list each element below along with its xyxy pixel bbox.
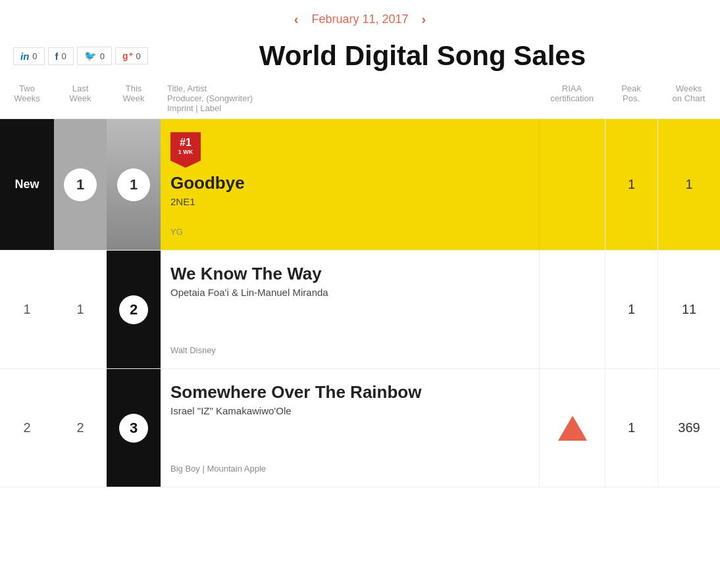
chart-date: February 11, 2017 bbox=[311, 12, 408, 26]
col-header-last-week: LastWeek bbox=[54, 84, 107, 103]
chart-rows: New 1 1 #1 1 WK Goodbye 2NE1 YG 1 1 1 1 … bbox=[0, 119, 720, 487]
two-weeks-cell-3: 2 bbox=[0, 369, 54, 487]
title-cell-3: Somewhere Over The Rainbow Israel "IZ" K… bbox=[161, 369, 539, 487]
this-week-cell-2: 2 bbox=[107, 251, 161, 368]
song-title-2: We Know The Way bbox=[170, 264, 529, 284]
last-week-cell-3: 2 bbox=[54, 369, 107, 487]
rank-circle-1: 1 bbox=[64, 168, 97, 201]
weeks-on-cell-1: 1 bbox=[657, 119, 720, 250]
song-label-1: YG bbox=[170, 214, 529, 237]
rank-circle-2: 2 bbox=[119, 295, 148, 324]
peak-cell-2: 1 bbox=[605, 251, 657, 368]
chart-row-2: 1 1 2 We Know The Way Opetaia Foa'i & Li… bbox=[0, 251, 720, 369]
peak-cell-1: 1 bbox=[605, 119, 657, 250]
riaa-triangle-3 bbox=[558, 416, 587, 441]
riaa-cell-3 bbox=[539, 369, 605, 487]
col-header-two-weeks: TwoWeeks bbox=[0, 84, 54, 103]
two-weeks-cell-2: 1 bbox=[0, 251, 54, 368]
title-cell-2: We Know The Way Opetaia Foa'i & Lin-Manu… bbox=[161, 251, 539, 368]
this-week-cell-3: 3 bbox=[107, 369, 161, 487]
last-week-cell-2: 1 bbox=[54, 251, 107, 368]
chart-row-3: 2 2 3 Somewhere Over The Rainbow Israel … bbox=[0, 369, 720, 487]
facebook-count: 0 bbox=[62, 51, 66, 61]
prev-arrow[interactable]: ‹ bbox=[294, 12, 299, 27]
title-cell-1: #1 1 WK Goodbye 2NE1 YG bbox=[161, 119, 539, 250]
badge-weeks: 1 WK bbox=[170, 149, 201, 155]
col-header-weeks: Weekson Chart bbox=[657, 84, 720, 103]
riaa-cell-1 bbox=[539, 119, 605, 250]
col-header-this-week: ThisWeek bbox=[107, 84, 161, 103]
col-header-riaa: RIAAcertification bbox=[539, 84, 605, 103]
weeks-on-cell-2: 11 bbox=[657, 251, 720, 368]
twitter-button[interactable]: 🐦 0 bbox=[77, 47, 112, 65]
date-navigation: ‹ February 11, 2017 › bbox=[0, 0, 720, 34]
song-title-3: Somewhere Over The Rainbow bbox=[170, 382, 529, 403]
social-header: in 0 f 0 🐦 0 g⁺ 0 World Digital Song Sal… bbox=[0, 34, 720, 78]
this-week-cell-1: 1 bbox=[107, 119, 161, 250]
peak-cell-3: 1 bbox=[605, 369, 657, 487]
facebook-button[interactable]: f 0 bbox=[48, 47, 74, 65]
song-artist-3: Israel "IZ" Kamakawiwo'Ole bbox=[170, 405, 529, 416]
googleplus-count: 0 bbox=[136, 51, 141, 61]
googleplus-button[interactable]: g⁺ 0 bbox=[115, 47, 148, 64]
col-header-peak: PeakPos. bbox=[605, 84, 657, 103]
weeks-on-cell-3: 369 bbox=[657, 369, 720, 487]
song-artist-2: Opetaia Foa'i & Lin-Manuel Miranda bbox=[170, 287, 529, 298]
two-weeks-cell-1: New bbox=[0, 119, 54, 250]
page-title: World Digital Song Sales bbox=[151, 40, 707, 72]
col-header-title: Title, ArtistProducer, (Songwriter)Impri… bbox=[161, 84, 539, 113]
linkedin-count: 0 bbox=[32, 51, 37, 61]
facebook-icon: f bbox=[55, 51, 59, 62]
riaa-cell-2 bbox=[539, 251, 605, 368]
googleplus-icon: g⁺ bbox=[122, 51, 133, 61]
this-week-rank-1: 1 bbox=[117, 168, 150, 201]
twitter-count: 0 bbox=[100, 51, 105, 61]
rank-circle-3: 3 bbox=[119, 414, 148, 443]
last-week-cell-1: 1 bbox=[54, 119, 107, 250]
number-one-badge: #1 1 WK bbox=[170, 132, 201, 168]
badge-label: #1 bbox=[170, 136, 201, 149]
column-headers: TwoWeeks LastWeek ThisWeek Title, Artist… bbox=[0, 78, 720, 119]
song-label-2: Walt Disney bbox=[170, 332, 529, 355]
chart-row-1: New 1 1 #1 1 WK Goodbye 2NE1 YG 1 1 bbox=[0, 119, 720, 251]
song-label-3: Big Boy | Mountain Apple bbox=[170, 451, 529, 474]
linkedin-icon: in bbox=[20, 51, 29, 62]
song-artist-1: 2NE1 bbox=[170, 196, 529, 207]
song-title-1: Goodbye bbox=[170, 173, 529, 193]
linkedin-button[interactable]: in 0 bbox=[13, 47, 45, 65]
next-arrow[interactable]: › bbox=[422, 12, 426, 27]
twitter-icon: 🐦 bbox=[84, 50, 97, 62]
